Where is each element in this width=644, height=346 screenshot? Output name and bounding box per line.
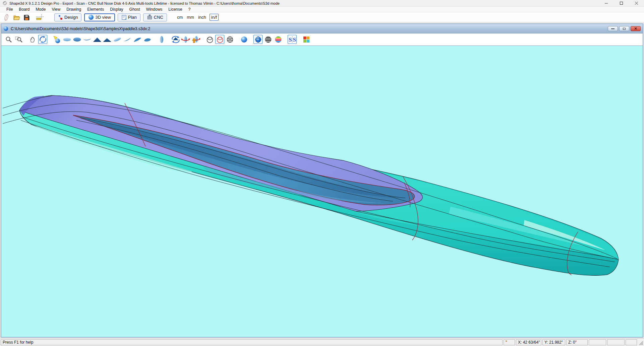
thickness-profile-2-icon[interactable] bbox=[103, 35, 112, 44]
view-3d-button[interactable]: 3D view bbox=[84, 13, 115, 21]
close-button[interactable] bbox=[629, 0, 644, 6]
cnc-label: CNC bbox=[154, 15, 163, 20]
menu-help[interactable]: ? bbox=[185, 7, 194, 12]
perspective-sliver-icon[interactable] bbox=[123, 35, 132, 44]
doc-restore-button[interactable] bbox=[619, 26, 629, 31]
svg-text:S: S bbox=[289, 37, 292, 43]
plan-label: Plan bbox=[128, 15, 137, 20]
plan-icon bbox=[121, 15, 127, 20]
minimize-button[interactable] bbox=[599, 0, 614, 6]
document-window: C:\Users\thoma\Documents\S3d models\Shap… bbox=[1, 23, 643, 338]
status-help: Press F1 for help bbox=[1, 339, 503, 345]
rotate-horizontal-icon[interactable] bbox=[181, 35, 190, 44]
outline-top-icon[interactable] bbox=[62, 35, 71, 44]
design-icon bbox=[58, 15, 63, 20]
status-unit: " bbox=[504, 339, 515, 345]
slice-front-icon[interactable] bbox=[157, 35, 166, 44]
sphere-outline-red-icon[interactable] bbox=[215, 35, 224, 44]
rotate-3d-icon[interactable] bbox=[38, 35, 47, 44]
cnc-icon bbox=[147, 14, 153, 20]
document-title: C:\Users\thoma\Documents\S3d models\Shap… bbox=[11, 26, 150, 31]
sphere-wireframe-bw-icon[interactable] bbox=[225, 35, 234, 44]
menu-windows[interactable]: Windows bbox=[143, 7, 166, 12]
doc-close-button[interactable]: ✕ bbox=[631, 26, 641, 31]
symmetry-icon[interactable]: S S bbox=[288, 35, 297, 44]
design-button[interactable]: Design bbox=[54, 13, 81, 21]
menu-bar: File Board Mode View Drawing Elements Di… bbox=[0, 7, 644, 12]
menu-view[interactable]: View bbox=[49, 7, 63, 12]
sphere-solid-icon[interactable] bbox=[239, 35, 248, 44]
paddleboard-3d-render bbox=[1, 46, 640, 337]
resize-grip[interactable] bbox=[638, 339, 643, 345]
new-board-icon[interactable] bbox=[2, 13, 11, 21]
document-titlebar[interactable]: C:\Users\thoma\Documents\S3d models\Shap… bbox=[1, 24, 643, 33]
cnc-button[interactable]: CNC bbox=[143, 13, 167, 21]
open-file-icon[interactable] bbox=[12, 13, 21, 21]
status-x: X: 42 63/64" bbox=[516, 339, 541, 345]
thickness-profile-icon[interactable] bbox=[93, 35, 102, 44]
dimensions-icon[interactable] bbox=[36, 13, 44, 21]
menu-ghost[interactable]: Ghost bbox=[126, 7, 143, 12]
view-toolbar: S S bbox=[1, 33, 643, 46]
status-y: Y: 21.982" bbox=[542, 339, 565, 345]
menu-file[interactable]: File bbox=[3, 7, 16, 12]
unit-inch[interactable]: inch bbox=[198, 15, 206, 20]
save-icon[interactable] bbox=[22, 13, 31, 21]
perspective-outline-icon[interactable] bbox=[113, 35, 122, 44]
pick-point-icon[interactable] bbox=[52, 35, 61, 44]
rotate-lift-icon[interactable] bbox=[191, 35, 200, 44]
3d-viewport[interactable] bbox=[1, 46, 643, 337]
sphere-outline-icon[interactable] bbox=[205, 35, 214, 44]
doc-minimize-button[interactable] bbox=[608, 26, 618, 31]
main-toolbar: Design 3D view Plan CNC cm mm inch in/f bbox=[0, 12, 644, 22]
status-z: Z: 0" bbox=[566, 339, 588, 345]
unit-cm[interactable]: cm bbox=[177, 15, 183, 20]
menu-elements[interactable]: Elements bbox=[84, 7, 107, 12]
maximize-button[interactable] bbox=[614, 0, 629, 6]
window-title: Shape3d X 9.1.2.1 Design Pro - Export - … bbox=[9, 1, 280, 5]
menu-board[interactable]: Board bbox=[16, 7, 33, 12]
status-empty-2 bbox=[607, 339, 625, 345]
wedge-view-icon[interactable] bbox=[133, 35, 142, 44]
design-label: Design bbox=[64, 15, 78, 20]
mdi-area: C:\Users\thoma\Documents\S3d models\Shap… bbox=[0, 23, 644, 338]
menu-license[interactable]: License bbox=[165, 7, 185, 12]
status-bar: Press F1 for help " X: 42 63/64" Y: 21.9… bbox=[0, 338, 644, 346]
menu-mode[interactable]: Mode bbox=[33, 7, 49, 12]
menu-display[interactable]: Display bbox=[107, 7, 126, 12]
document-icon bbox=[3, 26, 8, 31]
sphere-wireframe-blue-icon[interactable] bbox=[253, 35, 262, 44]
flip-view-icon[interactable] bbox=[171, 35, 180, 44]
rocker-side-icon[interactable] bbox=[82, 35, 92, 44]
main-titlebar: Shape3d X 9.1.2.1 Design Pro - Export - … bbox=[0, 0, 644, 7]
color-squares-icon[interactable] bbox=[302, 35, 311, 44]
outline-top-filled-icon[interactable] bbox=[72, 35, 81, 44]
zoom-icon[interactable] bbox=[4, 35, 13, 44]
status-empty-3 bbox=[626, 339, 637, 345]
status-empty-1 bbox=[589, 339, 606, 345]
svg-text:S: S bbox=[293, 37, 296, 43]
plan-button[interactable]: Plan bbox=[118, 13, 140, 21]
half-view-icon[interactable] bbox=[143, 35, 152, 44]
menu-drawing[interactable]: Drawing bbox=[63, 7, 84, 12]
sphere-striped-icon[interactable] bbox=[264, 35, 273, 44]
sphere-3d-icon bbox=[88, 14, 94, 20]
pan-hand-icon[interactable] bbox=[28, 35, 37, 44]
unit-mm[interactable]: mm bbox=[187, 15, 194, 20]
view-3d-label: 3D view bbox=[95, 15, 111, 20]
unit-inf-selected[interactable]: in/f bbox=[210, 14, 219, 21]
sphere-rainbow-icon[interactable] bbox=[274, 35, 283, 44]
app-icon bbox=[3, 1, 7, 5]
zoom-window-icon[interactable] bbox=[14, 35, 23, 44]
